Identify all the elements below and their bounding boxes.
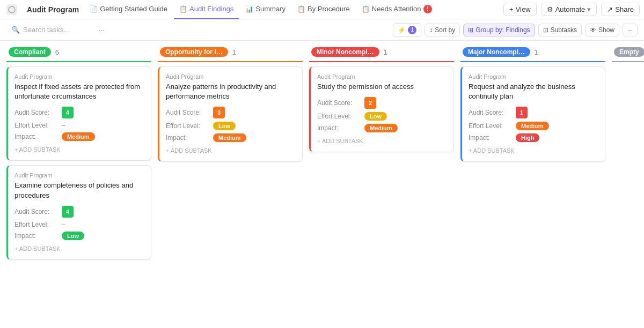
tab-by-procedure[interactable]: 📋 By Procedure (292, 0, 355, 19)
app-logo (4, 2, 19, 17)
column-count: 6 (55, 48, 59, 56)
task-card[interactable]: Audit ProgramExamine completeness of pol… (6, 165, 151, 259)
impact-label: Impact: (166, 134, 209, 141)
tab-needs-attention[interactable]: 📋 Needs Attention ! (356, 0, 437, 19)
effort-level-label: Effort Level: (317, 113, 360, 120)
svg-rect-0 (6, 4, 17, 15)
status-badge: Empty (614, 47, 644, 57)
audit-score-label: Audit Score: (14, 109, 57, 116)
audit-score-value: 4 (62, 206, 74, 218)
search-icon: 🔍 (11, 26, 20, 34)
status-badge: Major Noncompl… (463, 47, 530, 57)
column-header-minor-noncompliance: Minor Noncompl…1 (309, 47, 454, 62)
tab-getting-started[interactable]: 📄 Getting Started Guide (84, 0, 173, 19)
effort-level-label: Effort Level: (14, 221, 57, 228)
automate-button[interactable]: ⚙ Automate ▾ (541, 3, 597, 16)
effort-level-tag: Low (213, 122, 236, 130)
filter-icon: ⚡ (398, 26, 406, 34)
audit-score-field: Audit Score:1 (469, 107, 598, 118)
add-subtask-button[interactable]: + ADD SUBTASK (14, 244, 144, 253)
effort-level-tag: Low (364, 112, 387, 121)
column-count: 1 (232, 48, 236, 56)
impact-field: Impact:Low (14, 232, 144, 240)
impact-field: Impact:Medium (14, 132, 144, 141)
card-title: Inspect if fixed assets are protected fr… (14, 82, 144, 101)
nav-right: + View ⚙ Automate ▾ ↗ Share (503, 3, 640, 16)
status-badge: Compliant (9, 47, 51, 57)
card-source: Audit Program (14, 172, 144, 178)
add-subtask-button[interactable]: + ADD SUBTASK (317, 137, 447, 145)
audit-score-value: 2 (364, 97, 376, 109)
audit-score-label: Audit Score: (166, 109, 209, 116)
card-source: Audit Program (166, 73, 296, 80)
add-subtask-button[interactable]: + ADD SUBTASK (469, 146, 598, 155)
tab-icon: 📄 (90, 5, 98, 13)
sort-button[interactable]: ↕ Sort by (425, 24, 460, 36)
impact-tag: High (516, 133, 539, 142)
filter-button[interactable]: ⚡ 1 (393, 23, 421, 37)
column-minor-noncompliance: Minor Noncompl…1Audit ProgramStudy the p… (309, 47, 454, 152)
status-badge: Opportunity for I… (160, 47, 228, 57)
filter-count: 1 (408, 26, 416, 34)
eye-icon: 👁 (590, 26, 596, 34)
tab-audit-findings[interactable]: 📋 Audit Findings (174, 0, 239, 19)
tab-icon: 📋 (297, 5, 305, 13)
task-card[interactable]: Audit ProgramInspect if fixed assets are… (6, 66, 151, 161)
impact-label: Impact: (14, 133, 57, 140)
tab-summary[interactable]: 📊 Summary (240, 0, 291, 19)
impact-label: Impact: (469, 134, 511, 141)
card-title: Study the permission of access (317, 82, 447, 92)
impact-field: Impact:Medium (166, 133, 296, 142)
subtasks-icon: ⊡ (543, 26, 548, 34)
card-source: Audit Program (317, 73, 447, 80)
audit-score-label: Audit Score: (469, 109, 511, 116)
group-by-button[interactable]: ⊞ Group by: Findings (463, 24, 535, 36)
column-compliant: Compliant6Audit ProgramInspect if fixed … (6, 47, 151, 260)
audit-score-field: Audit Score:4 (14, 206, 144, 218)
audit-score-value: 4 (62, 107, 74, 118)
effort-level-dash: – (62, 221, 65, 228)
tab-icon: 📋 (362, 5, 370, 13)
effort-level-field: Effort Level:– (14, 221, 144, 228)
effort-level-field: Effort Level:Low (166, 122, 296, 130)
card-source: Audit Program (14, 73, 144, 80)
attention-badge: ! (423, 5, 432, 13)
impact-field: Impact:High (469, 133, 598, 142)
audit-score-field: Audit Score:3 (166, 107, 296, 118)
more-toolbar-button[interactable]: ··· (623, 24, 638, 36)
view-button[interactable]: + View (503, 3, 537, 16)
subtasks-button[interactable]: ⊡ Subtasks (538, 24, 582, 36)
effort-level-tag: Medium (516, 122, 549, 130)
task-card[interactable]: Audit ProgramAnalyze patterns in product… (158, 66, 303, 162)
share-button[interactable]: ↗ Share (601, 3, 640, 16)
add-subtask-button[interactable]: + ADD SUBTASK (14, 145, 144, 154)
task-card[interactable]: Audit ProgramStudy the permission of acc… (309, 66, 454, 152)
app-title: Audit Program (23, 5, 83, 14)
card-title: Examine completeness of policies and pro… (14, 181, 144, 200)
add-subtask-button[interactable]: + ADD SUBTASK (166, 146, 296, 155)
status-badge: Minor Noncompl… (311, 47, 379, 57)
effort-level-field: Effort Level:Low (317, 112, 447, 121)
search-box[interactable]: 🔍 Search tasks… (6, 23, 92, 36)
show-button[interactable]: 👁 Show (585, 24, 619, 36)
task-card[interactable]: Audit ProgramRequest and analyze the bus… (460, 66, 605, 162)
column-empty: Empty0 (612, 47, 644, 62)
tab-icon: 📊 (245, 5, 253, 13)
column-count: 1 (384, 48, 387, 56)
impact-label: Impact: (317, 124, 360, 132)
column-header-major-noncompliance: Major Noncompl…1 (460, 47, 605, 62)
effort-level-label: Effort Level: (166, 122, 209, 130)
effort-level-label: Effort Level: (14, 122, 57, 129)
impact-field: Impact:Medium (317, 124, 447, 132)
effort-level-dash: – (62, 122, 65, 129)
impact-tag: Medium (364, 124, 398, 132)
column-count: 1 (535, 48, 538, 56)
effort-level-label: Effort Level: (469, 122, 511, 130)
audit-score-label: Audit Score: (14, 208, 57, 215)
card-title: Request and analyze the business continu… (469, 82, 598, 101)
column-major-noncompliance: Major Noncompl…1Audit ProgramRequest and… (460, 47, 605, 162)
more-options-button[interactable]: ··· (97, 24, 107, 36)
impact-label: Impact: (14, 232, 57, 240)
kanban-board: Compliant6Audit ProgramInspect if fixed … (0, 41, 644, 328)
audit-score-label: Audit Score: (317, 99, 360, 107)
